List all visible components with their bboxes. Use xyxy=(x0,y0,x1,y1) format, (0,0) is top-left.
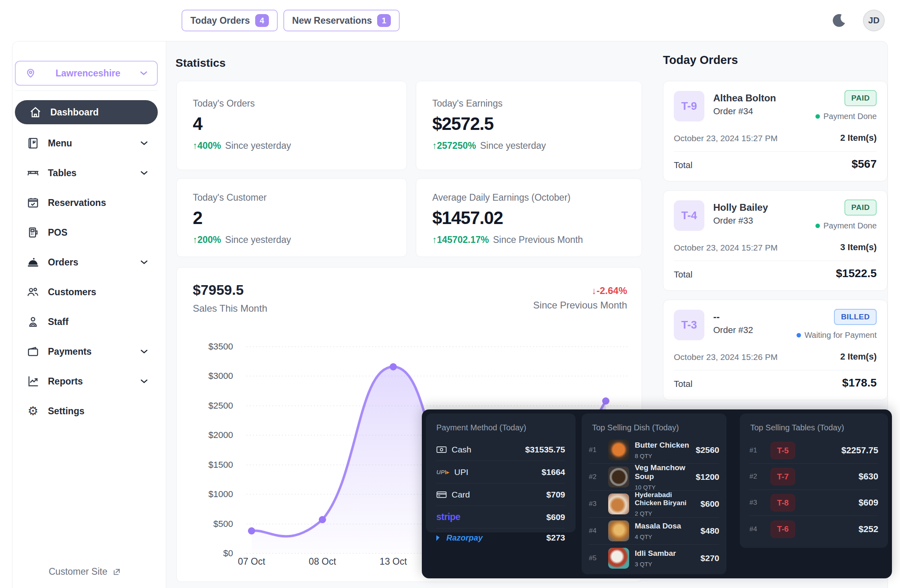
sidebar-item-customers[interactable]: Customers xyxy=(12,277,166,307)
dish-qty: 2 QTY xyxy=(635,510,695,517)
order-items-count: 2 Item(s) xyxy=(840,352,877,362)
sidebar-item-label: Payments xyxy=(48,346,140,357)
dish-row: #5 Idli Sambar 3 QTY $270 xyxy=(589,545,719,572)
data-point xyxy=(319,516,326,523)
order-card[interactable]: T-4 Holly Bailey Order #33 PAID Payment … xyxy=(663,190,888,291)
stat-value: 2 xyxy=(193,208,390,228)
table-price: $2257.75 xyxy=(803,445,878,456)
top-selling-dish-panel: Top Selling Dish (Today) #1 Butter Chick… xyxy=(582,413,727,574)
sidebar-item-menu[interactable]: Menu xyxy=(12,128,166,158)
razorpay-logo: Razorpay xyxy=(446,533,483,543)
total-label: Total xyxy=(674,379,692,389)
stat-delta: ↑400%Since yesterday xyxy=(193,140,390,151)
chevron-down-icon xyxy=(140,379,149,384)
table-rank: #4 xyxy=(749,525,763,533)
dish-rank: #3 xyxy=(589,500,603,508)
table-row: #3 T-8 $609 xyxy=(749,490,878,516)
stat-label: Today's Earnings xyxy=(432,98,625,109)
sidebar-item-label: Customers xyxy=(48,287,149,298)
dish-rank: #4 xyxy=(589,527,603,535)
payment-amount: $273 xyxy=(546,533,565,543)
razorpay-logo-mark xyxy=(436,535,440,541)
calendar-check-icon xyxy=(26,197,40,209)
dark-mode-moon-icon[interactable] xyxy=(831,12,847,29)
stat-value: 4 xyxy=(193,114,390,134)
sidebar-item-label: Orders xyxy=(48,257,140,268)
dish-photo xyxy=(608,467,629,487)
customer-name: Holly Bailey xyxy=(713,202,768,213)
order-card[interactable]: T-9 Althea Bolton Order #34 PAID Payment… xyxy=(663,81,888,181)
dish-row: #1 Butter Chicken 8 QTY $2560 xyxy=(589,437,719,464)
status-dot xyxy=(815,114,820,119)
delta-note: Since yesterday xyxy=(480,140,546,151)
sidebar-item-pos[interactable]: POS xyxy=(12,218,166,247)
status-badge: PAID xyxy=(844,199,877,216)
today-orders-button-label: Today Orders xyxy=(190,15,250,26)
today-orders-button[interactable]: Today Orders 4 xyxy=(182,10,278,31)
dish-photo xyxy=(608,520,629,541)
chevron-down-icon xyxy=(140,171,149,175)
sidebar-item-label: Tables xyxy=(48,168,140,179)
payment-method-label: UPI xyxy=(454,467,469,477)
sidebar-item-settings[interactable]: ⚙ Settings xyxy=(12,396,166,426)
location-selector[interactable]: Lawrenceshire xyxy=(15,61,158,86)
sidebar-item-reservations[interactable]: Reservations xyxy=(12,188,166,218)
cash-icon xyxy=(436,446,447,454)
gear-icon: ⚙ xyxy=(26,405,40,417)
order-datetime: October 23, 2024 15:27 PM xyxy=(674,134,778,143)
topbar-buttons: Today Orders 4 New Reservations 1 xyxy=(182,10,400,31)
chevron-down-icon xyxy=(140,141,149,146)
payment-amount: $1664 xyxy=(542,467,565,477)
status-badge: BILLED xyxy=(834,309,877,325)
stat-value: $2572.5 xyxy=(432,114,625,134)
chevron-down-icon xyxy=(140,349,149,354)
sales-delta: ↓-2.64% xyxy=(592,285,627,296)
delta-note: Since yesterday xyxy=(225,140,291,151)
payment-amount: $609 xyxy=(546,512,565,522)
table-price: $609 xyxy=(803,498,878,508)
sidebar-item-tables[interactable]: Tables xyxy=(12,158,166,188)
sidebar-item-label: Dashboard xyxy=(50,107,140,118)
avatar[interactable]: JD xyxy=(863,10,885,31)
payment-row: Cash $31535.75 xyxy=(436,438,565,461)
table-row: #2 T-7 $630 xyxy=(749,464,878,490)
dish-name: Veg Manchow Soup xyxy=(635,463,690,481)
sidebar-item-payments[interactable]: Payments xyxy=(12,337,166,366)
table-badge: T-9 xyxy=(674,91,704,121)
payment-row: Razorpay $273 xyxy=(436,528,565,548)
upi-logo-icon: UPI▸ xyxy=(436,469,450,476)
table-badge: T-6 xyxy=(770,520,795,538)
home-icon xyxy=(29,106,42,118)
x-tick: 13 Oct xyxy=(371,556,415,567)
customer-site-link[interactable]: Customer Site xyxy=(49,566,121,577)
menu-book-icon xyxy=(26,137,40,149)
dish-photo xyxy=(608,440,629,461)
dish-qty: 10 QTY xyxy=(635,484,690,491)
payment-status-note: Payment Done xyxy=(815,221,877,230)
new-reservations-button-label: New Reservations xyxy=(292,15,372,26)
table-icon xyxy=(26,167,40,179)
payment-method-label: Cash xyxy=(452,445,471,454)
statistics-heading: Statistics xyxy=(175,57,226,70)
order-card[interactable]: T-3 -- Order #32 BILLED Waiting for Paym… xyxy=(663,300,888,400)
dish-row: #3 Hyderabadi Chicken Biryani 2 QTY $600 xyxy=(589,491,719,518)
pos-terminal-icon xyxy=(26,226,40,238)
sidebar-item-staff[interactable]: Staff xyxy=(12,307,166,337)
new-reservations-button[interactable]: New Reservations 1 xyxy=(283,10,400,31)
payment-row: Card $709 xyxy=(436,483,565,506)
chevron-down-icon xyxy=(140,260,149,265)
today-orders-heading: Today Orders xyxy=(663,53,738,67)
sidebar-nav: Dashboard Menu Tables xyxy=(12,100,166,426)
sidebar-item-dashboard[interactable]: Dashboard xyxy=(15,100,158,124)
order-datetime: October 23, 2024 15:26 PM xyxy=(674,352,778,362)
order-datetime: October 23, 2024 15:27 PM xyxy=(674,243,778,253)
status-dot xyxy=(797,333,801,337)
sidebar-item-reports[interactable]: Reports xyxy=(12,366,166,396)
table-badge: T-5 xyxy=(770,442,795,459)
total-value: $567 xyxy=(852,158,877,171)
total-value: $1522.5 xyxy=(836,267,877,280)
payment-panel-title: Payment Method (Today) xyxy=(436,423,526,432)
sidebar-item-orders[interactable]: Orders xyxy=(12,247,166,277)
stat-delta: ↑200%Since yesterday xyxy=(193,234,390,245)
total-value: $178.5 xyxy=(842,376,877,389)
